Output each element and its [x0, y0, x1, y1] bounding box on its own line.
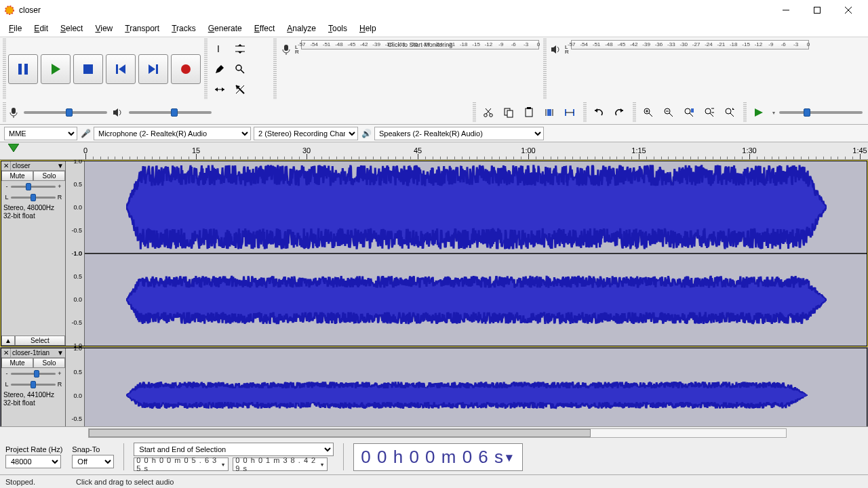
pan-slider[interactable]: LR [1, 192, 65, 203]
redo-button[interactable] [610, 103, 629, 122]
transport-toolbar [3, 39, 203, 100]
multi-tool[interactable] [231, 80, 250, 99]
timeline-ruler[interactable]: 01530451:001:151:301:45 [0, 142, 868, 160]
waveform-area[interactable] [85, 161, 867, 346]
copy-button[interactable] [499, 103, 518, 122]
record-meter-toolbar: L R Click to Start Monitoring -57-54-51-… [273, 39, 542, 100]
maximize-button[interactable] [802, 0, 833, 20]
svg-marker-25 [222, 87, 224, 92]
track-close-button[interactable]: ✕ [1, 348, 11, 358]
play-volume-slider[interactable] [129, 111, 212, 114]
skip-end-button[interactable] [138, 54, 168, 84]
mute-button[interactable]: Mute [1, 358, 33, 368]
record-meter[interactable]: Click to Start Monitoring -57-54-51-48-4… [301, 40, 539, 49]
solo-button[interactable]: Solo [33, 171, 65, 181]
minimize-button[interactable] [770, 0, 802, 20]
record-channels-select[interactable]: 2 (Stereo) Recording Chann [254, 127, 358, 140]
svg-rect-6 [18, 64, 22, 75]
selection-end-time[interactable]: 0 0 h 0 1 m 3 8 . 4 2 9 s▾ [233, 458, 328, 471]
track-row: ✕ closer ▼ Mute Solo -+ LR Stereo, 48000… [1, 161, 867, 346]
rec-volume-slider[interactable] [24, 111, 107, 114]
track-name[interactable]: closer [11, 162, 56, 169]
audio-position-display[interactable]: 0 0 h 0 0 m 0 6 s▾ [353, 443, 522, 471]
project-rate-select[interactable]: 48000 [5, 455, 61, 468]
play-at-speed-button[interactable] [749, 103, 768, 122]
close-button[interactable] [833, 0, 864, 20]
menu-transport[interactable]: Transport [119, 22, 165, 35]
svg-rect-9 [83, 64, 93, 74]
fit-selection-button[interactable] [679, 103, 698, 122]
svg-marker-20 [216, 65, 224, 73]
menu-bar: FileEditSelectViewTransportTracksGenerat… [0, 20, 868, 37]
play-meter[interactable]: -57-54-51-48-45-42-39-36-33-30-27-24-21-… [571, 40, 809, 49]
play-speed-slider[interactable] [779, 111, 863, 114]
hscrollbar[interactable] [88, 428, 787, 438]
gain-slider[interactable]: -+ [1, 368, 65, 379]
track-select-button[interactable]: Select [15, 336, 65, 346]
menu-analyze[interactable]: Analyze [281, 22, 322, 35]
play-device-select[interactable]: Speakers (2- Realtek(R) Audio) [374, 127, 544, 140]
svg-marker-13 [149, 64, 155, 74]
paste-button[interactable] [519, 103, 538, 122]
selection-mode-select[interactable]: Start and End of Selection [134, 443, 334, 456]
mic-icon[interactable] [279, 40, 293, 59]
draw-tool[interactable] [210, 60, 229, 79]
record-button[interactable] [171, 54, 201, 84]
menu-tracks[interactable]: Tracks [165, 22, 202, 35]
menu-effect[interactable]: Effect [248, 22, 281, 35]
svg-marker-11 [119, 64, 125, 74]
collapse-button[interactable]: ▲ [1, 336, 15, 346]
svg-point-36 [490, 114, 493, 117]
pause-button[interactable] [8, 54, 38, 84]
menu-select[interactable]: Select [54, 22, 89, 35]
svg-marker-34 [113, 108, 118, 117]
rec-vol-icon [9, 107, 18, 118]
track-name[interactable]: closer-1trian [11, 349, 56, 357]
track-vscale: 1.00.50.0-0.5-1.01.00.50.0-0.5-1.0 [66, 348, 85, 426]
tracks-area: ✕ closer ▼ Mute Solo -+ LR Stereo, 48000… [0, 160, 868, 426]
envelope-tool[interactable] [231, 39, 250, 58]
selection-tool[interactable]: I [210, 39, 229, 58]
track-menu-button[interactable]: ▼ [56, 349, 65, 357]
solo-button[interactable]: Solo [33, 358, 65, 368]
selection-start-time[interactable]: 0 0 h 0 0 m 0 5 . 6 3 5 s▾ [134, 458, 229, 471]
audio-host-select[interactable]: MME [4, 127, 77, 140]
menu-generate[interactable]: Generate [202, 22, 248, 35]
svg-marker-68 [755, 108, 763, 117]
menu-help[interactable]: Help [353, 22, 382, 35]
stop-button[interactable] [73, 54, 103, 84]
play-button[interactable] [41, 54, 71, 84]
svg-marker-49 [595, 108, 597, 113]
record-device-select[interactable]: Microphone (2- Realtek(R) Audio [94, 127, 251, 140]
menu-tools[interactable]: Tools [322, 22, 353, 35]
svg-line-59 [690, 113, 693, 117]
zoom-out-button[interactable] [659, 103, 678, 122]
undo-button[interactable] [589, 103, 608, 122]
speaker-icon[interactable] [549, 40, 563, 59]
timeshift-tool[interactable] [210, 80, 229, 99]
track-menu-button[interactable]: ▼ [56, 162, 65, 169]
zoom-in-button[interactable] [639, 103, 658, 122]
gain-slider[interactable]: -+ [1, 181, 65, 192]
trim-button[interactable] [540, 103, 559, 122]
silence-button[interactable] [560, 103, 579, 122]
menu-edit[interactable]: Edit [28, 22, 54, 35]
svg-line-62 [710, 113, 713, 117]
svg-line-56 [669, 113, 673, 117]
svg-point-14 [181, 64, 191, 74]
mute-button[interactable]: Mute [1, 171, 33, 181]
track-close-button[interactable]: ✕ [1, 161, 11, 171]
zoom-tool[interactable] [231, 60, 250, 79]
zoom-toolbar [633, 102, 742, 123]
svg-line-66 [730, 113, 734, 117]
cut-button[interactable] [479, 103, 498, 122]
menu-file[interactable]: File [3, 22, 28, 35]
menu-view[interactable]: View [89, 22, 119, 35]
svg-rect-41 [526, 108, 532, 117]
pan-slider[interactable]: LR [1, 379, 65, 390]
zoom-toggle-button[interactable] [720, 103, 739, 122]
skip-start-button[interactable] [106, 54, 136, 84]
fit-project-button[interactable] [700, 103, 719, 122]
snap-to-select[interactable]: Off [72, 455, 114, 468]
waveform-area[interactable] [85, 348, 867, 426]
